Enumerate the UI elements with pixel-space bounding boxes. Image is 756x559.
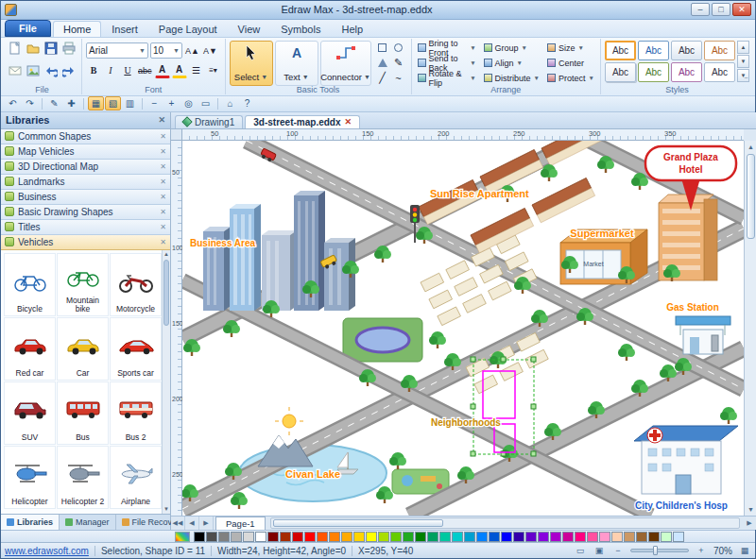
color-swatch[interactable] [476, 532, 488, 542]
zoom-in-icon[interactable]: + [695, 545, 708, 556]
shape-helicopter[interactable]: Helicopter [4, 446, 56, 509]
ellipse-tool-icon[interactable] [391, 41, 406, 55]
triangle-tool-icon[interactable] [375, 56, 390, 70]
library-common-shapes[interactable]: Common Shapes✕ [1, 129, 170, 144]
grow-font-button[interactable]: A▲ [184, 43, 200, 59]
italic-button[interactable]: I [103, 63, 118, 78]
close-icon[interactable]: ✕ [160, 238, 166, 246]
pan-icon[interactable]: ◎ [180, 96, 197, 110]
shrink-font-button[interactable]: A▼ [202, 43, 218, 59]
shape-red-car[interactable]: Red car [4, 317, 56, 381]
redo-icon[interactable] [60, 63, 77, 78]
color-swatch[interactable] [513, 532, 524, 542]
page-tab[interactable]: Page-1 [215, 517, 266, 530]
color-swatch[interactable] [538, 532, 549, 542]
rectangle-tool-icon[interactable] [375, 41, 390, 55]
color-swatch[interactable] [366, 532, 377, 542]
style-swatch[interactable]: Abc [704, 62, 735, 82]
gas-station-building[interactable] [676, 316, 730, 354]
library-titles[interactable]: Titles✕ [1, 220, 170, 235]
distribute-button[interactable]: Distribute▼ [482, 71, 541, 85]
zoom-thumb[interactable] [653, 546, 658, 555]
tab-help[interactable]: Help [331, 21, 373, 37]
color-swatch[interactable] [341, 532, 352, 542]
color-swatch[interactable] [243, 532, 254, 542]
library-landmarks[interactable]: Landmarks✕ [1, 175, 170, 190]
snap-grid-icon[interactable]: ▦ [88, 96, 104, 110]
shape-sports-car[interactable]: Sports car [110, 317, 162, 381]
style-swatch[interactable]: Abc [605, 41, 636, 60]
eyedropper-icon[interactable]: ✚ [63, 96, 79, 110]
library-business[interactable]: Business✕ [1, 190, 170, 205]
color-swatch[interactable] [304, 532, 316, 542]
undo-icon[interactable] [43, 63, 59, 78]
fit-page-icon[interactable]: ▭ [198, 96, 214, 110]
shape-suv[interactable]: SUV [4, 381, 56, 445]
color-swatch[interactable] [562, 532, 574, 542]
color-swatch[interactable] [218, 532, 230, 542]
curve-tool-icon[interactable]: ~ [391, 71, 406, 85]
bullets-icon[interactable]: ≡▾ [206, 63, 221, 78]
help-icon[interactable]: ? [239, 96, 255, 110]
align-left-icon[interactable]: ☰ [189, 63, 204, 78]
color-swatch[interactable] [550, 532, 561, 542]
color-swatch[interactable] [599, 532, 610, 542]
library-vehicles[interactable]: Vehicles✕ [1, 235, 170, 250]
shape-helicopter-2[interactable]: Helicopter 2 [57, 446, 109, 509]
center-button[interactable]: Center [545, 56, 596, 70]
scroll-right-icon[interactable]: ▶ [743, 517, 756, 530]
style-swatch[interactable]: Abc [671, 62, 702, 82]
highlight-color-button[interactable]: A [172, 63, 187, 78]
color-swatch[interactable] [255, 532, 266, 542]
bold-button[interactable]: B [86, 63, 101, 78]
zoom-out-icon[interactable]: − [611, 545, 625, 556]
color-swatch[interactable] [329, 532, 340, 542]
close-icon[interactable]: ✕ [160, 193, 166, 201]
style-swatch[interactable]: Abc [704, 41, 735, 60]
pencil-tool-icon[interactable]: ✎ [391, 56, 406, 70]
style-swatch[interactable]: Abc [605, 62, 636, 82]
color-swatch[interactable] [378, 532, 389, 542]
zoom-in-icon[interactable]: + [163, 96, 180, 110]
font-name-select[interactable]: Arial▼ [86, 42, 148, 59]
color-swatch[interactable] [403, 532, 414, 542]
color-swatch[interactable] [452, 532, 463, 542]
library-3d-directional-map[interactable]: 3D Directional Map✕ [1, 160, 170, 175]
print-icon[interactable] [60, 41, 77, 56]
close-icon[interactable]: ✕ [160, 147, 166, 156]
scroll-thumb[interactable] [163, 260, 169, 326]
color-swatch[interactable] [501, 532, 512, 542]
zoom-slider[interactable] [630, 549, 689, 552]
library-basic-drawing-shapes[interactable]: Basic Drawing Shapes✕ [1, 205, 170, 220]
color-swatch[interactable] [231, 532, 242, 542]
shape-bus[interactable]: Bus [57, 381, 109, 445]
v-scroll-thumb[interactable] [747, 154, 755, 239]
text-tool-button[interactable]: A Text▼ [275, 41, 318, 86]
first-page-icon[interactable]: ◀◀ [171, 517, 185, 530]
scroll-down-icon[interactable]: ▼ [163, 505, 170, 514]
playground[interactable] [392, 469, 449, 494]
color-swatch[interactable] [464, 532, 475, 542]
more-colors-button[interactable] [175, 532, 190, 542]
color-swatch[interactable] [267, 532, 279, 542]
tab-libraries[interactable]: Libraries [1, 515, 60, 530]
format-painter-icon[interactable]: ✎ [46, 96, 62, 110]
strikethrough-button[interactable]: abc [137, 63, 153, 78]
color-swatch[interactable] [624, 532, 635, 542]
shape-bicycle[interactable]: Bicycle [4, 253, 56, 316]
scroll-up-icon[interactable]: ▲ [745, 141, 756, 153]
color-swatch[interactable] [673, 532, 684, 542]
color-swatch[interactable] [206, 532, 217, 542]
library-map-vehicles[interactable]: Map Vehicles✕ [1, 144, 170, 160]
underline-button[interactable]: U [120, 63, 135, 78]
color-swatch[interactable] [317, 532, 328, 542]
email-icon[interactable] [7, 63, 23, 78]
close-icon[interactable]: ✕ [160, 162, 166, 171]
shape-airplane[interactable]: Airplane [110, 446, 162, 509]
prev-page-icon[interactable]: ◀ [185, 517, 199, 530]
font-color-button[interactable]: A [155, 63, 170, 78]
glue-icon[interactable]: ▧ [105, 96, 121, 110]
size-button[interactable]: Size▼ [545, 41, 596, 55]
h-scroll-thumb[interactable] [273, 519, 443, 527]
sports-field[interactable] [343, 318, 422, 362]
